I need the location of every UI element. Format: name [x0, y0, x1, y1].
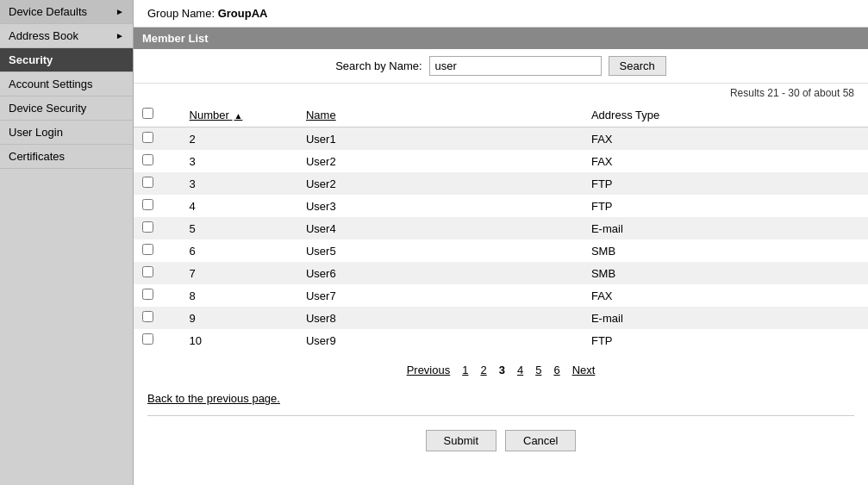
sort-asc-icon: ▲ [234, 111, 242, 121]
cancel-button[interactable]: Cancel [505, 430, 576, 451]
member-table: Number ▲ Name Address Type 2 User1 FAX [134, 103, 868, 351]
footer-divider [147, 415, 854, 416]
row-checkbox-cell [134, 172, 181, 195]
row-checkbox-cell [134, 284, 181, 307]
back-link-container: Back to the previous page. [134, 385, 868, 412]
pagination-page-5[interactable]: 5 [532, 362, 545, 378]
table-row: 8 User7 FAX [134, 284, 868, 307]
pagination-page-3-current: 3 [496, 362, 509, 378]
row-checkbox[interactable] [142, 199, 153, 210]
row-address-type: FTP [583, 195, 868, 217]
row-number: 10 [181, 329, 297, 351]
row-checkbox-cell [134, 150, 181, 172]
sidebar-item-device-defaults[interactable]: Device Defaults ► [0, 0, 133, 24]
row-checkbox[interactable] [142, 244, 153, 255]
row-name: User7 [297, 284, 583, 307]
row-checkbox[interactable] [142, 154, 153, 165]
table-row: 3 User2 FAX [134, 150, 868, 172]
row-address-type: E-mail [583, 217, 868, 239]
row-address-type: FAX [583, 127, 868, 151]
search-button[interactable]: Search [609, 56, 666, 76]
title-bar: Group Name: GroupAA [134, 0, 868, 28]
row-name: User6 [297, 262, 583, 284]
row-checkbox[interactable] [142, 333, 153, 345]
sidebar-item-label: User Login [9, 126, 63, 139]
table-row: 6 User5 SMB [134, 239, 868, 262]
group-name-label: Group Name: [147, 7, 215, 20]
row-number: 9 [181, 307, 297, 329]
row-address-type: SMB [583, 239, 868, 262]
submit-button[interactable]: Submit [426, 430, 496, 451]
chevron-right-icon: ► [116, 7, 124, 16]
row-number: 3 [181, 172, 297, 195]
row-name: User4 [297, 217, 583, 239]
col-header-number[interactable]: Number ▲ [181, 103, 297, 127]
main-content: Group Name: GroupAA Member List Search b… [134, 0, 868, 485]
pagination-previous[interactable]: Previous [403, 362, 454, 378]
sidebar-item-certificates[interactable]: Certificates [0, 145, 133, 169]
table-body: 2 User1 FAX 3 User2 FAX 3 User2 FTP 4 Us… [134, 127, 868, 352]
row-number: 8 [181, 284, 297, 307]
row-number: 3 [181, 150, 297, 172]
row-number: 7 [181, 262, 297, 284]
sidebar-item-label: Security [9, 53, 53, 66]
row-checkbox-cell [134, 329, 181, 351]
row-name: User5 [297, 239, 583, 262]
row-checkbox-cell [134, 239, 181, 262]
pagination: Previous 1 2 3 4 5 6 Next [134, 351, 868, 385]
row-address-type: FAX [583, 150, 868, 172]
row-name: User8 [297, 307, 583, 329]
sidebar-item-address-book[interactable]: Address Book ► [0, 24, 133, 48]
row-checkbox[interactable] [142, 221, 153, 233]
row-name: User2 [297, 172, 583, 195]
row-name: User2 [297, 150, 583, 172]
row-checkbox-cell [134, 217, 181, 239]
sidebar-item-user-login[interactable]: User Login [0, 121, 133, 145]
select-all-checkbox[interactable] [142, 108, 153, 119]
row-checkbox-cell [134, 127, 181, 151]
section-header: Member List [134, 28, 868, 49]
sidebar-item-label: Device Security [9, 102, 86, 115]
row-checkbox-cell [134, 195, 181, 217]
pagination-page-2[interactable]: 2 [477, 362, 490, 378]
row-checkbox[interactable] [142, 266, 153, 277]
pagination-page-4[interactable]: 4 [514, 362, 527, 378]
sidebar-item-label: Device Defaults [9, 5, 87, 18]
search-label: Search by Name: [335, 59, 422, 72]
sidebar: Device Defaults ► Address Book ► Securit… [0, 0, 134, 485]
row-number: 2 [181, 127, 297, 151]
sidebar-item-device-security[interactable]: Device Security [0, 96, 133, 121]
search-input[interactable] [429, 56, 602, 76]
sidebar-item-security[interactable]: Security [0, 48, 133, 72]
table-row: 2 User1 FAX [134, 127, 868, 151]
footer-buttons: Submit Cancel [134, 420, 868, 462]
row-address-type: SMB [583, 262, 868, 284]
sidebar-item-label: Account Settings [9, 78, 93, 90]
row-checkbox[interactable] [142, 177, 153, 188]
row-name: User1 [297, 127, 583, 151]
col-header-address-type: Address Type [583, 103, 868, 127]
row-checkbox[interactable] [142, 132, 153, 143]
pagination-next[interactable]: Next [569, 362, 599, 378]
row-checkbox-cell [134, 262, 181, 284]
row-address-type: FAX [583, 284, 868, 307]
sidebar-item-label: Address Book [9, 29, 78, 42]
sidebar-item-account-settings[interactable]: Account Settings [0, 72, 133, 96]
row-number: 4 [181, 195, 297, 217]
pagination-page-1[interactable]: 1 [459, 362, 471, 378]
row-checkbox[interactable] [142, 289, 153, 300]
row-number: 5 [181, 217, 297, 239]
row-address-type: E-mail [583, 307, 868, 329]
row-name: User3 [297, 195, 583, 217]
pagination-page-6[interactable]: 6 [550, 362, 563, 378]
table-row: 3 User2 FTP [134, 172, 868, 195]
row-name: User9 [297, 329, 583, 351]
back-link[interactable]: Back to the previous page. [147, 392, 280, 405]
row-checkbox[interactable] [142, 311, 153, 322]
results-count: Results 21 - 30 of about 58 [134, 84, 868, 103]
table-row: 7 User6 SMB [134, 262, 868, 284]
row-address-type: FTP [583, 172, 868, 195]
group-name-value: GroupAA [218, 7, 268, 20]
chevron-right-icon: ► [116, 31, 124, 40]
col-header-name[interactable]: Name [297, 103, 583, 127]
